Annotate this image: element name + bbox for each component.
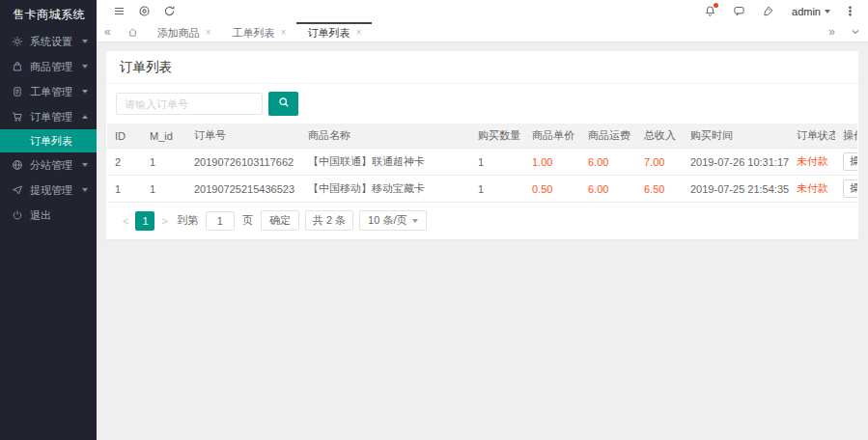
- sidebar-subitem-label: 订单列表: [30, 134, 72, 149]
- prev-page-button[interactable]: <: [118, 215, 133, 227]
- cell-qty: 1: [470, 176, 524, 203]
- main-area: admin « 添加商品 × 工单列表 × 订单: [97, 0, 868, 42]
- document-list-icon: [12, 86, 23, 97]
- cell-qty: 1: [470, 149, 524, 176]
- col-time: 购买时间: [683, 124, 789, 149]
- globe-icon: [12, 159, 23, 171]
- paper-plane-icon: [12, 184, 23, 196]
- cell-total: 7.00: [636, 149, 683, 176]
- col-status: 订单状态: [789, 124, 835, 149]
- col-shipping: 商品运费: [580, 124, 636, 149]
- goto-page-input[interactable]: [206, 211, 235, 231]
- col-product: 商品名称: [300, 124, 470, 149]
- chevron-down-icon: [412, 219, 418, 223]
- col-id: ID: [107, 124, 142, 149]
- operate-button[interactable]: 操作: [843, 179, 857, 198]
- cell-time: 2019-07-26 10:31:17: [683, 149, 789, 176]
- col-mid: M_id: [142, 124, 186, 149]
- site-home-icon[interactable]: [138, 5, 151, 17]
- cell-actions: 操作删除: [835, 149, 857, 176]
- order-search-input[interactable]: [116, 93, 263, 115]
- power-icon: [12, 209, 23, 221]
- sidebar-item-workorder[interactable]: 工单管理: [0, 79, 97, 104]
- tab-order-list-active[interactable]: 订单列表 ×: [296, 22, 372, 41]
- refresh-icon[interactable]: [163, 5, 176, 17]
- current-page[interactable]: 1: [135, 211, 154, 231]
- order-list-card: 订单列表: [106, 51, 858, 239]
- total-count-label: 共 2 条: [305, 210, 353, 231]
- sidebar-item-withdraw[interactable]: 提现管理: [0, 178, 97, 203]
- per-page-label: 10 条/页: [368, 213, 406, 228]
- sidebar-item-substation[interactable]: 分站管理: [0, 152, 97, 178]
- sidebar-item-label: 分站管理: [30, 158, 72, 173]
- sidebar-item-label: 订单管理: [30, 110, 72, 124]
- more-vertical-icon[interactable]: [844, 5, 856, 17]
- close-icon[interactable]: ×: [355, 28, 361, 38]
- chevron-down-icon: [82, 90, 88, 94]
- tab-workorder-list[interactable]: 工单列表 ×: [222, 22, 297, 41]
- cell-total: 6.50: [636, 176, 683, 203]
- topbar-right: admin: [687, 5, 856, 17]
- col-total: 总收入: [636, 124, 683, 149]
- user-menu[interactable]: admin: [792, 6, 830, 17]
- search-icon: [278, 96, 290, 111]
- notification-badge: [714, 3, 718, 8]
- cell-product: 【中国移动】移动宝藏卡: [300, 176, 470, 203]
- chevron-down-icon: [82, 188, 88, 192]
- close-icon[interactable]: ×: [206, 28, 211, 38]
- cell-order-no: 20190725215436523: [186, 176, 300, 203]
- cell-shipping: 6.00: [580, 149, 636, 176]
- cell-mid: 1: [142, 176, 186, 203]
- sidebar-item-orders[interactable]: 订单管理: [0, 104, 97, 129]
- theme-brush-icon[interactable]: [762, 5, 774, 17]
- sidebar-item-label: 商品管理: [30, 60, 72, 74]
- cell-time: 2019-07-25 21:54:35: [683, 176, 789, 203]
- chevron-down-icon: [82, 163, 88, 167]
- per-page-select[interactable]: 10 条/页: [359, 210, 427, 231]
- cell-id: 2: [107, 149, 142, 176]
- home-tab[interactable]: [119, 22, 147, 41]
- sidebar-item-system-settings[interactable]: 系统设置: [0, 29, 97, 54]
- tabs-scroll-right[interactable]: »: [821, 25, 843, 39]
- operate-button[interactable]: 操作: [843, 152, 857, 171]
- message-bubble-icon[interactable]: [733, 5, 745, 17]
- topbar: admin: [97, 0, 868, 22]
- sidebar: 售卡商城系统 系统设置 商品管理 工单管理 订单: [0, 0, 97, 440]
- gear-icon: [12, 36, 23, 47]
- sidebar-item-logout[interactable]: 退出: [0, 203, 97, 228]
- notification-bell-icon[interactable]: [704, 5, 716, 17]
- cell-shipping: 6.00: [580, 176, 636, 203]
- shopping-bag-icon: [12, 61, 23, 72]
- close-icon[interactable]: ×: [281, 28, 287, 38]
- page-suffix-label: 页: [242, 213, 253, 228]
- sidebar-item-label: 提现管理: [30, 183, 72, 198]
- chevron-up-icon: [82, 115, 88, 119]
- sidebar-item-order-list-active[interactable]: 订单列表: [0, 129, 97, 152]
- col-actions: 操作: [835, 124, 857, 149]
- tab-label: 工单列表: [233, 26, 275, 41]
- pagination: < 1 > 到第 页 确定 共 2 条 10 条/页: [106, 203, 858, 239]
- page-title: 订单列表: [106, 51, 858, 84]
- app-title: 售卡商城系统: [0, 0, 97, 29]
- menu-toggle-icon[interactable]: [113, 5, 126, 17]
- tabbar-right-controls: »: [821, 22, 868, 41]
- tabs-scroll-left[interactable]: «: [97, 22, 119, 41]
- chevron-down-icon: [825, 10, 830, 14]
- cell-price: 1.00: [524, 149, 580, 176]
- sidebar-item-goods[interactable]: 商品管理: [0, 54, 97, 79]
- username: admin: [792, 6, 821, 17]
- tabs-menu-chevron-icon[interactable]: [843, 27, 868, 37]
- next-page-button[interactable]: >: [156, 215, 172, 227]
- sidebar-item-label: 工单管理: [30, 85, 72, 99]
- chevron-down-icon: [82, 65, 88, 69]
- cell-actions: 操作删除: [835, 176, 857, 203]
- table-header-row: ID M_id 订单号 商品名称 购买数量 商品单价 商品运费 总收入 购买时间…: [107, 124, 857, 149]
- search-button[interactable]: [268, 92, 298, 116]
- tab-add-product[interactable]: 添加商品 ×: [147, 22, 222, 41]
- sidebar-item-label: 退出: [30, 208, 51, 223]
- cell-mid: 1: [142, 149, 186, 176]
- table-row: 2 1 20190726103117662 【中国联通】联通超神卡 1 1.00…: [107, 149, 857, 176]
- tab-label: 订单列表: [307, 26, 350, 41]
- goto-label: 到第: [177, 213, 198, 228]
- goto-confirm-button[interactable]: 确定: [261, 210, 299, 231]
